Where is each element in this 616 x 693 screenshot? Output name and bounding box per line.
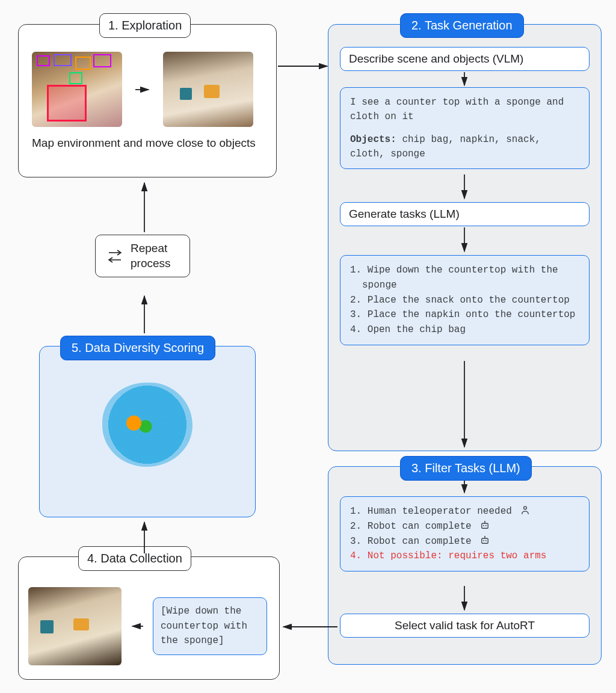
- filter-row-2: 2. Robot can complete: [362, 519, 579, 534]
- objects-label: Objects:: [350, 134, 396, 145]
- repeat-label-text: Repeat process: [131, 241, 179, 271]
- select-task-text: Select valid task for AutoRT: [395, 619, 535, 632]
- svg-rect-8: [482, 523, 488, 528]
- step5-panel: [39, 346, 256, 517]
- filter-results: 1. Human teleoperator needed 2. Robot ca…: [340, 496, 590, 571]
- filter-row-1: 1. Human teleoperator needed: [362, 504, 579, 519]
- step1-title: 1. Exploration: [99, 13, 191, 38]
- repeat-box: Repeat process: [95, 235, 190, 277]
- describe-header-text: Describe scene and objects (VLM): [349, 52, 523, 65]
- svg-rect-13: [482, 538, 488, 543]
- exploration-image-2: [163, 52, 253, 127]
- filter-4-text: 4. Not possible: requires two arms: [362, 549, 579, 564]
- svg-point-10: [485, 525, 487, 526]
- step3-title: 3. Filter Tasks (LLM): [400, 456, 532, 481]
- step4-title: 4. Data Collection: [78, 546, 191, 571]
- describe-header: Describe scene and objects (VLM): [340, 47, 590, 71]
- person-icon: [520, 505, 531, 516]
- selected-task-text: [Wipe down the countertop with the spong…: [161, 606, 247, 647]
- filter-1-text: 1. Human teleoperator needed: [350, 506, 512, 517]
- filter-2-text: 2. Robot can complete: [350, 521, 472, 532]
- svg-point-14: [483, 540, 484, 541]
- step4-panel: [Wipe down the countertop with the spong…: [18, 556, 280, 680]
- generate-header-text: Generate tasks (LLM): [349, 208, 460, 220]
- diversity-scatter: [87, 374, 208, 476]
- filter-row-3: 3. Robot can complete: [362, 534, 579, 549]
- vlm-output: I see a counter top with a sponge and cl…: [340, 87, 590, 169]
- step2-title: 2. Task Generation: [400, 13, 524, 38]
- svg-point-17: [484, 535, 485, 537]
- task-2: 2. Place the snack onto the countertop: [362, 293, 579, 308]
- task-3: 3. Place the napkin onto the countertop: [362, 307, 579, 322]
- svg-point-7: [524, 507, 527, 510]
- svg-point-9: [483, 525, 484, 526]
- repeat-icon: [106, 247, 123, 265]
- step5-title: 5. Data Diversity Scoring: [60, 336, 215, 360]
- step1-caption: Map environment and move close to object…: [32, 135, 263, 152]
- exploration-image-1: [32, 52, 122, 127]
- tasks-list: 1. Wipe down the countertop with the spo…: [340, 255, 590, 345]
- vlm-text: I see a counter top with a sponge and cl…: [350, 95, 579, 124]
- svg-point-15: [485, 540, 487, 541]
- step3-title-text: 3. Filter Tasks (LLM): [411, 461, 520, 475]
- step4-title-text: 4. Data Collection: [87, 552, 182, 565]
- generate-header: Generate tasks (LLM): [340, 202, 590, 226]
- robot-icon: [479, 535, 490, 546]
- step1-title-text: 1. Exploration: [108, 19, 182, 32]
- step5-title-text: 5. Data Diversity Scoring: [72, 341, 204, 354]
- collection-image: [28, 587, 122, 665]
- step2-title-text: 2. Task Generation: [411, 19, 513, 32]
- svg-point-12: [484, 521, 485, 522]
- step1-panel: Map environment and move close to object…: [18, 24, 277, 177]
- task-4: 4. Open the chip bag: [362, 322, 579, 337]
- task-1: 1. Wipe down the countertop with the spo…: [362, 263, 579, 293]
- select-task: Select valid task for AutoRT: [340, 614, 590, 638]
- selected-task-box: [Wipe down the countertop with the spong…: [153, 597, 267, 655]
- robot-icon: [479, 520, 490, 531]
- filter-3-text: 3. Robot can complete: [350, 536, 472, 547]
- vlm-objects-line: Objects: chip bag, napkin, snack, cloth,…: [350, 132, 579, 161]
